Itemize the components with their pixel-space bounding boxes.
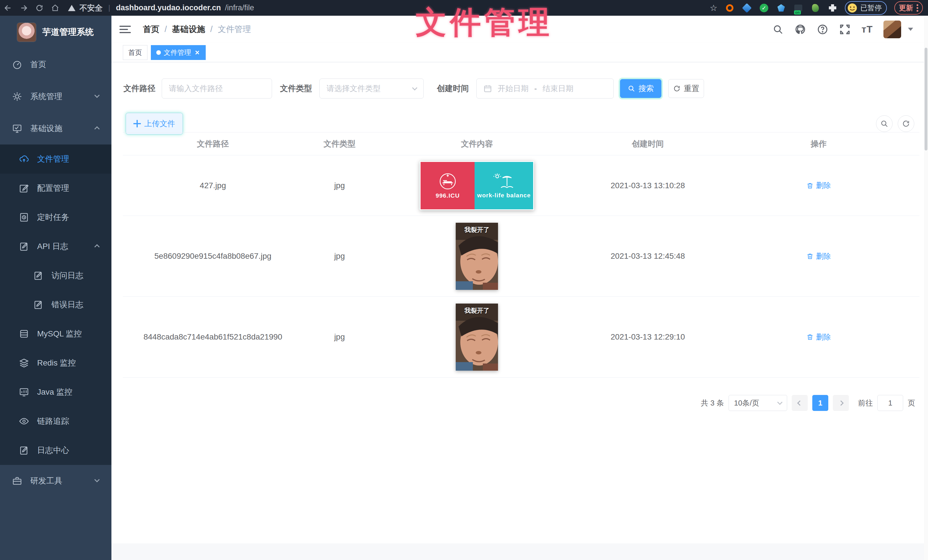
font-size-icon[interactable]: тT bbox=[861, 23, 873, 35]
forward-icon[interactable] bbox=[16, 4, 31, 12]
security-warning-icon[interactable] bbox=[68, 5, 75, 11]
url-divider: | bbox=[107, 3, 112, 12]
sidebar-logo-row[interactable]: 芋道管理系统 bbox=[0, 16, 111, 49]
cell-actions: 删除 bbox=[718, 181, 919, 190]
file-path-label: 文件路径 bbox=[124, 83, 156, 94]
extension-orange-ring-icon[interactable] bbox=[725, 3, 734, 13]
extensions-puzzle-icon[interactable] bbox=[828, 3, 838, 13]
active-dot-icon bbox=[156, 50, 161, 55]
extension-dark-on-icon[interactable]: on bbox=[794, 3, 803, 13]
sidebar-item-trace[interactable]: 链路追踪 bbox=[0, 407, 111, 436]
tab-file-management[interactable]: 文件管理 bbox=[151, 45, 206, 60]
sidebar-item-home[interactable]: 首页 bbox=[0, 49, 111, 81]
cell-file-type: jpg bbox=[303, 332, 376, 342]
search-icon[interactable] bbox=[772, 23, 784, 35]
reset-button[interactable]: 重置 bbox=[668, 79, 704, 98]
tab-home[interactable]: 首页 bbox=[123, 45, 147, 60]
close-icon[interactable] bbox=[194, 49, 200, 56]
search-button-label: 搜索 bbox=[639, 84, 654, 94]
address-bar[interactable]: 不安全 | dashboard.yudao.iocoder.cn/infra/f… bbox=[68, 3, 710, 13]
breadcrumb-home[interactable]: 首页 bbox=[143, 24, 159, 35]
cell-create-time: 2021-03-13 13:10:28 bbox=[578, 181, 718, 190]
toggle-search-button[interactable] bbox=[876, 116, 893, 132]
file-type-select[interactable]: 请选择文件类型 bbox=[319, 79, 424, 99]
sidebar-item-system[interactable]: 系统管理 bbox=[0, 81, 111, 113]
cell-create-time: 2021-03-13 12:29:10 bbox=[578, 332, 718, 342]
goto-page-input[interactable] bbox=[878, 395, 903, 411]
search-icon bbox=[628, 85, 635, 92]
avatar-caret-icon[interactable] bbox=[908, 28, 913, 31]
hamburger-icon[interactable] bbox=[119, 26, 131, 33]
delete-label: 删除 bbox=[816, 332, 831, 342]
cell-file-path: 8448cada8c714e4ab61f521c8da21990 bbox=[123, 332, 303, 342]
browser-menu-kebab-icon[interactable] bbox=[917, 4, 918, 12]
page-number-1[interactable]: 1 bbox=[812, 395, 828, 411]
home-icon[interactable] bbox=[47, 4, 63, 12]
back-icon[interactable] bbox=[0, 4, 16, 12]
url-path[interactable]: /infra/file bbox=[225, 3, 254, 12]
sidebar-item-infrastructure[interactable]: 基础设施 bbox=[0, 113, 111, 145]
sidebar-item-log-center[interactable]: 日志中心 bbox=[0, 436, 111, 465]
extension-blue-pin-icon[interactable] bbox=[742, 3, 752, 13]
sidebar: 芋道管理系统 首页 系统管理 基础设施 bbox=[0, 16, 111, 560]
user-avatar[interactable] bbox=[884, 21, 901, 38]
sidebar-item-redis-monitor[interactable]: Redis 监控 bbox=[0, 348, 111, 377]
tab-label: 文件管理 bbox=[164, 48, 191, 57]
delete-button[interactable]: 删除 bbox=[806, 251, 831, 261]
next-page-button[interactable] bbox=[833, 395, 849, 411]
reset-button-label: 重置 bbox=[684, 84, 699, 94]
refresh-table-button[interactable] bbox=[898, 116, 914, 132]
navbar-actions: тT bbox=[772, 21, 928, 38]
banner-right-panel: work-life balance bbox=[475, 162, 533, 209]
sidebar-item-java-monitor[interactable]: Java 监控 bbox=[0, 377, 111, 407]
monitor-icon bbox=[12, 123, 22, 134]
task-clock-icon bbox=[19, 212, 29, 222]
plus-icon bbox=[133, 120, 141, 127]
sidebar-item-scheduled-tasks[interactable]: 定时任务 bbox=[0, 203, 111, 232]
sidebar-item-config-management[interactable]: 配置管理 bbox=[0, 173, 111, 203]
extension-blue-gem-icon[interactable] bbox=[776, 3, 786, 13]
banner-left-text: 996.ICU bbox=[436, 192, 460, 199]
sidebar-item-api-log[interactable]: API 日志 bbox=[0, 232, 111, 261]
upload-file-button[interactable]: 上传文件 bbox=[126, 113, 183, 134]
reload-icon[interactable] bbox=[31, 4, 47, 12]
search-button[interactable]: 搜索 bbox=[620, 79, 661, 98]
cell-file-content: 我裂开了 bbox=[376, 223, 578, 290]
browser-update-button[interactable]: 更新 bbox=[894, 1, 923, 15]
cloud-upload-icon bbox=[19, 154, 29, 164]
github-icon[interactable] bbox=[794, 23, 806, 35]
delete-button[interactable]: 删除 bbox=[806, 332, 831, 342]
prev-page-button[interactable] bbox=[792, 395, 808, 411]
sidebar-item-mysql-monitor[interactable]: MySQL 监控 bbox=[0, 319, 111, 348]
refresh-icon bbox=[902, 120, 910, 128]
chevron-up-icon bbox=[95, 126, 99, 131]
scrollbar-thumb[interactable] bbox=[925, 48, 927, 151]
sidebar-item-access-log[interactable]: 访问日志 bbox=[0, 261, 111, 290]
help-icon[interactable] bbox=[817, 23, 829, 35]
fullscreen-icon[interactable] bbox=[839, 23, 851, 35]
file-preview-baby-meme[interactable]: 我裂开了 bbox=[456, 223, 498, 290]
breadcrumb-infra[interactable]: 基础设施 bbox=[172, 24, 205, 35]
extension-green-check-icon[interactable]: ✓ bbox=[759, 3, 769, 13]
breadcrumb-current: 文件管理 bbox=[218, 24, 251, 35]
scrollbar[interactable] bbox=[924, 16, 928, 560]
file-preview-baby-meme[interactable]: 我裂开了 bbox=[456, 304, 498, 371]
beach-umbrella-icon bbox=[492, 172, 516, 191]
file-path-input[interactable] bbox=[169, 84, 265, 93]
delete-button[interactable]: 删除 bbox=[806, 181, 831, 190]
column-header-action: 操作 bbox=[718, 138, 919, 149]
range-separator: - bbox=[534, 84, 537, 93]
chevron-down-icon bbox=[777, 400, 782, 405]
security-label[interactable]: 不安全 bbox=[79, 3, 102, 13]
sidebar-item-error-log[interactable]: 错误日志 bbox=[0, 290, 111, 319]
date-range-picker[interactable]: 开始日期 - 结束日期 bbox=[476, 79, 614, 99]
file-preview-996-banner[interactable]: 996.ICU work-life balance bbox=[420, 161, 534, 210]
sidebar-item-dev-tools[interactable]: 研发工具 bbox=[0, 465, 111, 497]
sidebar-item-file-management[interactable]: 文件管理 bbox=[0, 145, 111, 173]
bookmark-star-icon[interactable]: ☆ bbox=[710, 4, 717, 12]
refresh-icon bbox=[673, 85, 681, 92]
url-domain[interactable]: dashboard.yudao.iocoder.cn bbox=[116, 3, 221, 12]
page-size-select[interactable]: 10条/页 bbox=[728, 395, 787, 411]
browser-profile-chip[interactable]: 已暂停 bbox=[845, 1, 887, 15]
extension-green-leaf-icon[interactable] bbox=[810, 3, 820, 13]
